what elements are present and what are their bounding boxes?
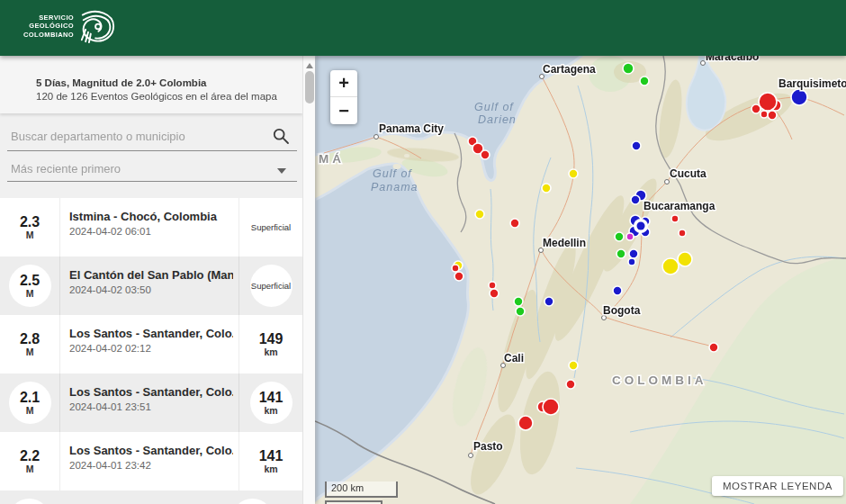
magnitude-value: 2.5 xyxy=(20,273,40,288)
event-datetime: 2024-04-02 03:50 xyxy=(69,284,233,295)
quake-marker[interactable] xyxy=(516,307,525,316)
quake-marker[interactable] xyxy=(510,219,519,228)
water-label: Panama xyxy=(371,181,418,194)
event-title: Los Santos - Santander, Colo... xyxy=(69,327,233,340)
magnitude-badge xyxy=(8,499,50,504)
water-label: Gulf of xyxy=(373,167,412,180)
quake-marker[interactable] xyxy=(490,289,499,298)
quake-marker[interactable] xyxy=(566,380,575,389)
quake-marker[interactable] xyxy=(628,258,635,266)
magnitude-unit: M xyxy=(26,230,34,240)
map-canvas[interactable]: Gulf ofDarienGulf ofPanamaCOLOMBIAMÁ Car… xyxy=(315,56,846,504)
depth-unit: km xyxy=(264,346,277,357)
event-list-item[interactable]: 2.5 M El Cantón del San Pablo (Man... 20… xyxy=(0,256,302,315)
quake-marker[interactable] xyxy=(481,150,490,159)
depth-value: Superficial xyxy=(251,281,291,291)
quake-marker[interactable] xyxy=(709,343,718,352)
event-datetime: 2024-04-01 23:42 xyxy=(69,460,233,471)
magnitude-badge: 2.3 M xyxy=(9,206,51,248)
show-legend-button[interactable]: MOSTRAR LEYENDA xyxy=(712,476,843,496)
quake-marker[interactable] xyxy=(569,361,578,370)
events-sidebar: 5 Días, Magnitud de 2.0+ Colombia 120 de… xyxy=(0,56,315,504)
magnitude-value: 2.3 xyxy=(20,214,40,230)
city-dot xyxy=(665,180,670,184)
search-row xyxy=(7,122,297,151)
event-list: 2.3 M Istmina - Chocó, Colombia 2024-04-… xyxy=(0,198,302,504)
event-title: Los Santos - Santander, Colo... xyxy=(69,385,233,399)
event-list-item-partial[interactable] xyxy=(0,490,302,504)
city-label: Pasto xyxy=(473,440,503,453)
zoom-in-button[interactable]: + xyxy=(330,70,357,97)
region-label: COLOMBIA xyxy=(612,374,707,387)
quake-marker[interactable] xyxy=(542,184,551,193)
event-list-item[interactable]: 2.8 M Los Santos - Santander, Colo... 20… xyxy=(0,315,302,374)
quake-marker[interactable] xyxy=(759,93,777,111)
quake-marker[interactable] xyxy=(632,141,641,150)
depth-unit: km xyxy=(264,405,277,416)
quake-marker[interactable] xyxy=(752,104,760,113)
event-list-item[interactable]: 2.1 M Los Santos - Santander, Colo... 20… xyxy=(0,374,302,432)
city-label: Panama City xyxy=(379,122,444,135)
sgc-logo-text: SERVICIO GEOLÓGICO COLOMBIANO xyxy=(23,14,74,40)
quake-marker[interactable] xyxy=(671,215,679,222)
depth-value: 141 xyxy=(259,390,284,405)
quake-marker[interactable] xyxy=(768,111,777,120)
city-label: Cartagena xyxy=(543,63,596,76)
app-header: SERVICIO GEOLÓGICO COLOMBIANO xyxy=(0,0,846,56)
magnitude-unit: M xyxy=(26,405,34,416)
quake-marker[interactable] xyxy=(489,282,496,289)
quake-marker[interactable] xyxy=(514,297,523,306)
event-title: Istmina - Chocó, Colombia xyxy=(69,210,233,223)
sgc-logo[interactable]: SERVICIO GEOLÓGICO COLOMBIANO xyxy=(23,7,116,45)
depth-badge: Superficial xyxy=(250,206,292,248)
quake-marker[interactable] xyxy=(454,272,464,281)
summary-subtitle: 120 de 126 Eventos Geológicos en el área… xyxy=(36,91,293,102)
quake-marker[interactable] xyxy=(475,210,484,219)
quake-marker[interactable] xyxy=(791,89,807,105)
quake-marker[interactable] xyxy=(679,230,686,237)
selected-earthquake-marker[interactable] xyxy=(634,219,648,233)
quake-marker[interactable] xyxy=(518,416,533,430)
sort-dropdown[interactable]: Más reciente primero xyxy=(7,157,297,182)
island xyxy=(404,154,410,158)
quake-marker[interactable] xyxy=(678,252,692,266)
city-label: Maracaibo xyxy=(706,56,759,63)
depth-badge: 141 km xyxy=(250,382,292,424)
quake-marker[interactable] xyxy=(623,63,634,74)
magnitude-value: 2.1 xyxy=(20,390,40,405)
sidebar-scrollbar[interactable] xyxy=(302,56,315,504)
event-list-item[interactable]: 2.2 M Los Santos - Santander, Colo... 20… xyxy=(0,432,302,490)
depth-badge: 149 km xyxy=(250,323,292,365)
quake-marker[interactable] xyxy=(613,286,622,295)
depth-badge xyxy=(231,499,274,504)
quake-marker[interactable] xyxy=(615,232,624,241)
quake-marker[interactable] xyxy=(629,249,638,258)
city-dot xyxy=(374,135,379,140)
selected-marker-center[interactable] xyxy=(637,222,645,230)
quake-marker[interactable] xyxy=(662,258,679,274)
map-scale-mi: 100 mi xyxy=(325,500,382,504)
city-label: Barquisimeto xyxy=(778,77,846,90)
quake-marker[interactable] xyxy=(543,399,559,415)
quake-marker[interactable] xyxy=(640,76,649,86)
depth-unit: km xyxy=(264,464,277,474)
quake-marker[interactable] xyxy=(760,111,768,118)
quake-marker[interactable] xyxy=(616,249,626,258)
search-input[interactable] xyxy=(7,122,264,149)
scroll-up-icon[interactable] xyxy=(306,63,313,68)
quake-marker[interactable] xyxy=(452,265,459,272)
quake-marker[interactable] xyxy=(626,233,634,240)
event-title: El Cantón del San Pablo (Man... xyxy=(69,268,233,282)
event-list-item[interactable]: 2.3 M Istmina - Chocó, Colombia 2024-04-… xyxy=(0,198,302,256)
search-icon[interactable] xyxy=(272,127,290,145)
zoom-out-button[interactable]: − xyxy=(330,97,357,124)
map-area[interactable]: Gulf ofDarienGulf ofPanamaCOLOMBIAMÁ Car… xyxy=(315,56,846,504)
quake-marker[interactable] xyxy=(569,169,578,178)
scrollbar-thumb[interactable] xyxy=(305,71,314,104)
city-label: Bucaramanga xyxy=(644,200,716,212)
event-datetime: 2024-04-01 23:51 xyxy=(69,401,233,412)
quake-marker[interactable] xyxy=(544,297,554,306)
depth-badge: Superficial xyxy=(250,265,292,307)
quake-marker[interactable] xyxy=(631,195,640,204)
magnitude-value: 2.8 xyxy=(20,331,40,346)
